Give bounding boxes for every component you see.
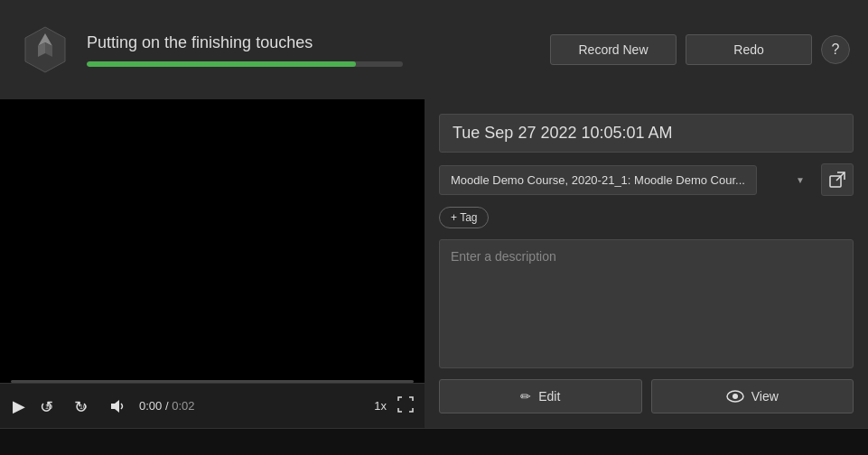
time-display: 0:00 / 0:02 — [139, 399, 194, 413]
svg-text:10: 10 — [79, 404, 87, 410]
progress-bar-fill — [87, 61, 356, 67]
bottom-buttons: Edit View — [439, 379, 854, 413]
svg-marker-8 — [111, 400, 119, 413]
progress-bar-track — [87, 61, 403, 67]
help-button[interactable]: ? — [821, 35, 850, 64]
view-icon — [726, 390, 744, 403]
play-icon: ▶ — [13, 396, 25, 416]
play-button[interactable]: ▶ — [11, 395, 27, 418]
fullscreen-button[interactable] — [397, 396, 414, 416]
redo-button[interactable]: Redo — [686, 34, 812, 65]
rewind-icon: ↺ 10 — [40, 396, 60, 416]
speed-button[interactable]: 1x — [374, 399, 387, 413]
main-content: ▶ ↺ 10 ↻ 10 — [0, 99, 868, 428]
datetime-display: Tue Sep 27 2022 10:05:01 AM — [439, 114, 854, 153]
header-text-area: Putting on the finishing touches — [87, 33, 536, 67]
bottom-bar — [0, 428, 868, 455]
description-textarea[interactable] — [439, 239, 854, 368]
right-panel: Tue Sep 27 2022 10:05:01 AM Moodle Demo … — [425, 99, 868, 428]
edit-label: Edit — [538, 389, 560, 404]
course-select-row: Moodle Demo Course, 2020-21_1: Moodle De… — [439, 163, 854, 196]
record-new-button[interactable]: Record New — [550, 34, 677, 65]
video-area — [0, 99, 425, 380]
edit-icon — [520, 389, 531, 404]
video-controls: ▶ ↺ 10 ↻ 10 — [0, 383, 425, 428]
rewind-button[interactable]: ↺ 10 — [38, 395, 61, 418]
svg-point-12 — [733, 394, 738, 399]
svg-text:10: 10 — [45, 404, 52, 410]
time-separator: / — [162, 399, 172, 413]
course-select[interactable]: Moodle Demo Course, 2020-21_1: Moodle De… — [439, 165, 757, 195]
course-select-wrapper: Moodle Demo Course, 2020-21_1: Moodle De… — [439, 165, 814, 195]
volume-icon — [108, 397, 126, 415]
tag-button[interactable]: + Tag — [439, 207, 489, 228]
view-label: View — [751, 389, 779, 404]
video-panel: ▶ ↺ 10 ↻ 10 — [0, 99, 425, 428]
view-button[interactable]: View — [651, 379, 854, 413]
logo — [18, 23, 72, 77]
time-total: 0:02 — [172, 399, 194, 413]
forward-button[interactable]: ↻ 10 — [72, 395, 96, 418]
app-container: Putting on the finishing touches Record … — [0, 0, 868, 455]
edit-button[interactable]: Edit — [439, 379, 642, 413]
external-link-button[interactable] — [821, 163, 854, 196]
tag-button-container: + Tag — [439, 207, 854, 228]
volume-button[interactable] — [107, 395, 128, 417]
external-link-icon — [829, 172, 845, 188]
time-current: 0:00 — [139, 399, 162, 413]
header-bar: Putting on the finishing touches Record … — [0, 0, 868, 99]
fullscreen-icon — [397, 396, 414, 413]
loading-text: Putting on the finishing touches — [87, 33, 536, 52]
forward-icon: ↻ 10 — [74, 396, 94, 416]
header-buttons: Record New Redo ? — [550, 34, 850, 65]
